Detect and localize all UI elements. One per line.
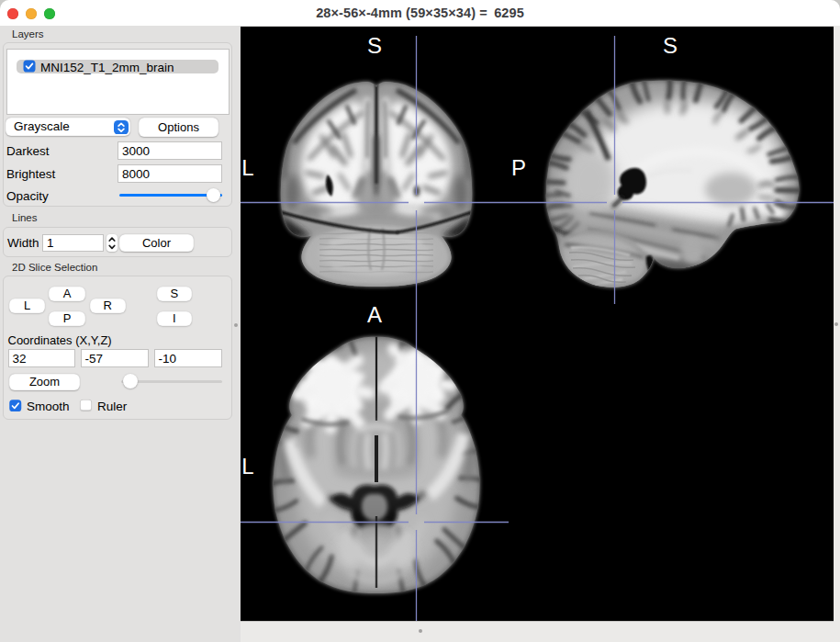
svg-text:P: P [511, 155, 526, 180]
svg-text:A: A [367, 302, 382, 327]
svg-text:S: S [367, 33, 382, 58]
svg-text:L: L [241, 454, 253, 479]
svg-text:S: S [663, 33, 678, 58]
svg-text:L: L [241, 155, 253, 180]
